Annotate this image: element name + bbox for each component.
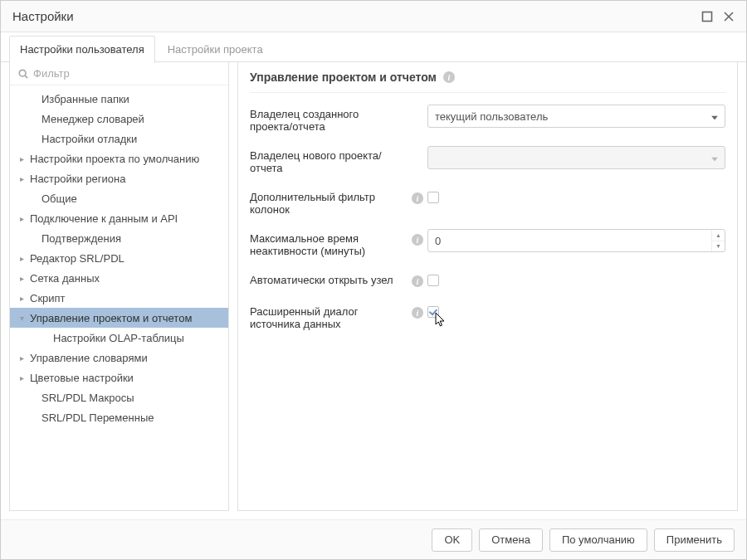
info-icon[interactable]: i <box>412 192 423 204</box>
sidebar-item-label: Подключение к данным и API <box>30 212 178 225</box>
sidebar-item-11[interactable]: ▾Управление проектом и отчетом <box>10 308 228 328</box>
row-ext-ds-dialog: Расширенный диалог источника данных i <box>250 302 725 330</box>
label-owner-created: Владелец созданного проекта/отчета <box>250 105 408 133</box>
label-ext-ds-dialog: Расширенный диалог источника данных <box>250 302 408 330</box>
content-area: Фильтр Избранные папкиМенеджер словарейН… <box>1 61 746 519</box>
settings-window: Настройки Настройки пользователя Настрой… <box>0 0 747 560</box>
sidebar-item-label: Настройки проекта по умолчанию <box>30 153 199 165</box>
maximize-icon[interactable] <box>701 11 713 22</box>
close-icon[interactable] <box>723 11 735 22</box>
spinner-down-icon[interactable]: ▼ <box>712 241 725 252</box>
section-title: Управление проектом и отчетом i <box>250 71 725 93</box>
tab-project-settings[interactable]: Настройки проекта <box>157 36 274 63</box>
sidebar-item-label: Настройки отладки <box>42 133 137 145</box>
titlebar-actions <box>701 11 735 22</box>
label-owner-new: Владелец нового проекта/отчета <box>250 146 408 174</box>
tree-spacer <box>28 134 38 144</box>
svg-point-3 <box>19 70 26 76</box>
dialog-footer: OK Отмена По умолчанию Применить <box>1 519 746 559</box>
tree-spacer <box>28 392 38 402</box>
row-max-inactivity: Максимальное время неактивности (минуты)… <box>250 229 725 257</box>
label-auto-open-node: Автоматически открыть узел <box>250 270 408 286</box>
chevron-right-icon[interactable]: ▸ <box>17 153 27 163</box>
sidebar-item-0[interactable]: Избранные папки <box>10 89 228 109</box>
svg-marker-5 <box>711 116 718 120</box>
default-button[interactable]: По умолчанию <box>549 528 647 552</box>
settings-tree: Избранные папкиМенеджер словарейНастройк… <box>10 85 228 510</box>
tree-spacer <box>28 412 38 422</box>
chevron-right-icon[interactable]: ▸ <box>17 173 27 183</box>
sidebar-item-label: Избранные папки <box>42 93 129 105</box>
row-extra-col-filter: Дополнительный фильтр колонок i <box>250 187 725 216</box>
chevron-down-icon[interactable]: ▾ <box>17 313 27 323</box>
sidebar-item-14[interactable]: ▸Цветовые настройки <box>10 368 228 387</box>
label-max-inactivity: Максимальное время неактивности (минуты) <box>250 229 408 257</box>
info-icon[interactable]: i <box>443 71 455 83</box>
sidebar-item-12[interactable]: Настройки OLAP-таблицы <box>10 328 228 348</box>
window-title: Настройки <box>12 9 74 23</box>
chevron-right-icon[interactable]: ▸ <box>17 213 27 223</box>
row-owner-created: Владелец созданного проекта/отчета текущ… <box>250 105 725 133</box>
sidebar-item-6[interactable]: ▸Подключение к данным и API <box>10 208 228 228</box>
filter-placeholder: Фильтр <box>33 67 70 80</box>
sidebar-item-7[interactable]: Подтверждения <box>10 228 228 248</box>
select-owner-created[interactable]: текущий пользователь <box>427 105 725 128</box>
titlebar: Настройки <box>1 1 746 32</box>
sidebar-item-8[interactable]: ▸Редактор SRL/PDL <box>10 248 228 268</box>
row-owner-new: Владелец нового проекта/отчета <box>250 146 725 174</box>
sidebar-item-9[interactable]: ▸Сетка данных <box>10 268 228 288</box>
tree-spacer <box>28 193 38 203</box>
tabs-bar: Настройки пользователя Настройки проекта <box>1 32 746 62</box>
svg-rect-0 <box>703 12 712 21</box>
input-max-inactivity[interactable]: 0 ▲ ▼ <box>427 229 725 252</box>
sidebar-item-label: Общие <box>42 192 77 205</box>
chevron-down-icon <box>711 152 718 164</box>
info-icon[interactable]: i <box>412 234 423 246</box>
main-panel: Управление проектом и отчетом i Владелец… <box>237 62 738 511</box>
sidebar-item-label: Цветовые настройки <box>30 372 134 384</box>
spinner-up-icon[interactable]: ▲ <box>712 230 725 241</box>
checkbox-ext-ds-dialog[interactable] <box>427 306 439 318</box>
svg-marker-6 <box>711 158 718 162</box>
search-icon <box>18 69 28 79</box>
sidebar-item-3[interactable]: ▸Настройки проекта по умолчанию <box>10 149 228 168</box>
input-max-inactivity-value: 0 <box>428 230 711 251</box>
cancel-button[interactable]: Отмена <box>479 528 543 552</box>
apply-button[interactable]: Применить <box>654 528 735 552</box>
ok-button[interactable]: OK <box>432 528 472 552</box>
label-extra-col-filter: Дополнительный фильтр колонок <box>250 187 408 216</box>
checkbox-extra-col-filter[interactable] <box>427 192 439 203</box>
sidebar-item-label: Скрипт <box>30 292 66 304</box>
sidebar-item-4[interactable]: ▸Настройки региона <box>10 168 228 188</box>
tree-spacer <box>28 233 38 243</box>
select-owner-new <box>427 146 725 169</box>
sidebar-item-label: Редактор SRL/PDL <box>30 252 124 265</box>
chevron-right-icon[interactable]: ▸ <box>17 273 27 283</box>
checkbox-auto-open-node[interactable] <box>427 275 439 286</box>
select-owner-created-value: текущий пользователь <box>435 110 548 123</box>
chevron-right-icon[interactable]: ▸ <box>17 253 27 263</box>
info-icon[interactable]: i <box>412 307 423 319</box>
sidebar-item-label: SRL/PDL Переменные <box>42 411 154 424</box>
tree-spacer <box>28 114 38 124</box>
info-icon[interactable]: i <box>412 275 423 287</box>
chevron-down-icon <box>711 110 718 123</box>
chevron-right-icon[interactable]: ▸ <box>17 353 27 363</box>
section-title-text: Управление проектом и отчетом <box>250 71 437 84</box>
chevron-right-icon[interactable]: ▸ <box>17 293 27 303</box>
svg-line-4 <box>25 75 27 78</box>
sidebar: Фильтр Избранные папкиМенеджер словарейН… <box>9 62 229 511</box>
sidebar-item-2[interactable]: Настройки отладки <box>10 129 228 149</box>
sidebar-item-label: Менеджер словарей <box>42 113 144 125</box>
sidebar-item-1[interactable]: Менеджер словарей <box>10 109 228 129</box>
tab-user-settings[interactable]: Настройки пользователя <box>9 36 155 63</box>
sidebar-item-label: Управление словарями <box>30 352 148 364</box>
sidebar-item-16[interactable]: SRL/PDL Переменные <box>10 407 228 427</box>
sidebar-item-15[interactable]: SRL/PDL Макросы <box>10 387 228 407</box>
sidebar-item-5[interactable]: Общие <box>10 188 228 208</box>
filter-input[interactable]: Фильтр <box>10 62 228 85</box>
chevron-right-icon[interactable]: ▸ <box>17 373 27 382</box>
sidebar-item-label: SRL/PDL Макросы <box>42 392 134 404</box>
sidebar-item-10[interactable]: ▸Скрипт <box>10 288 228 308</box>
sidebar-item-13[interactable]: ▸Управление словарями <box>10 348 228 368</box>
